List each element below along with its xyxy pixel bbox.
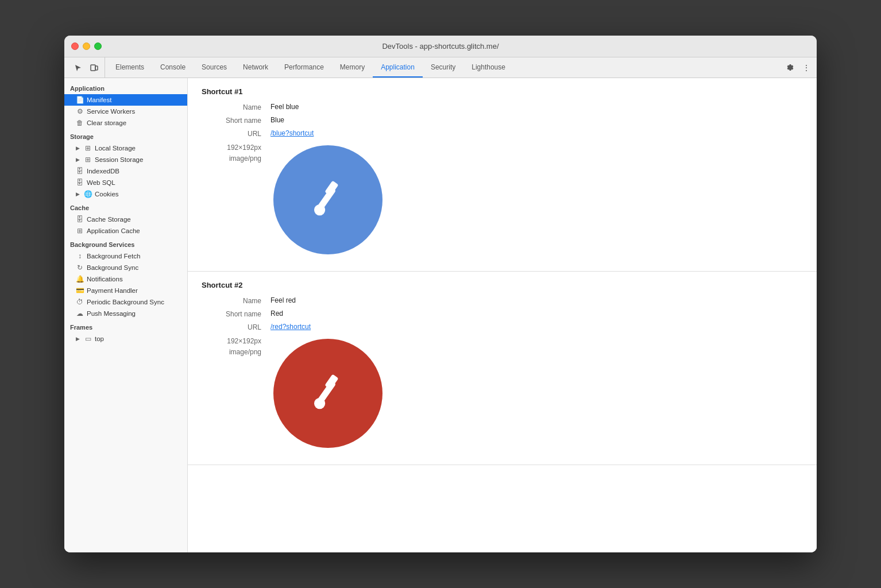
storage-section-title: Storage (64, 129, 187, 142)
shortcut2-url-value[interactable]: /red?shortcut (271, 323, 311, 331)
settings-icon[interactable] (783, 61, 797, 75)
sidebar-item-background-sync[interactable]: ↻ Background Sync (64, 262, 187, 273)
sidebar: Application 📄 Manifest ⚙ Service Workers… (64, 78, 188, 552)
local-storage-icon: ⊞ (84, 144, 92, 152)
app-cache-icon: ⊞ (76, 227, 84, 235)
cache-icon: 🗄 (76, 215, 84, 223)
shortcut1-section: Shortcut #1 Name Feel blue Short name Bl… (188, 78, 817, 272)
sidebar-item-cookies[interactable]: ▶ 🌐 Cookies (64, 188, 187, 200)
shortcut1-size-label: 192×192px (202, 142, 261, 153)
sidebar-item-background-fetch[interactable]: ↕ Background Fetch (64, 250, 187, 262)
application-section-title: Application (64, 80, 187, 94)
shortcut2-url-label: URL (202, 323, 271, 331)
sidebar-item-payment-handler[interactable]: 💳 Payment Handler (64, 285, 187, 296)
devtools-toolbar: Elements Console Sources Network Perform… (64, 57, 817, 78)
more-icon[interactable]: ⋮ (799, 61, 813, 75)
frames-section-title: Frames (64, 319, 187, 333)
shortcut2-image (271, 336, 385, 451)
db-icon: 🗄 (76, 167, 84, 175)
sidebar-item-push-messaging[interactable]: ☁ Push Messaging (64, 308, 187, 319)
shortcut1-url-row: URL /blue?shortcut (202, 129, 803, 138)
traffic-lights (71, 42, 102, 50)
sidebar-item-cache-storage[interactable]: 🗄 Cache Storage (64, 214, 187, 225)
sidebar-item-service-workers[interactable]: ⚙ Service Workers (64, 106, 187, 117)
svg-rect-1 (95, 66, 98, 70)
tab-console[interactable]: Console (152, 57, 194, 78)
shortcut1-image (271, 142, 385, 257)
expand-icon: ▶ (76, 336, 80, 342)
manifest-icon: 📄 (76, 96, 84, 104)
close-button[interactable] (71, 42, 79, 50)
shortcut1-type-label: image/png (202, 153, 261, 164)
tab-sources[interactable]: Sources (194, 57, 235, 78)
gear-icon: ⚙ (76, 107, 84, 115)
shortcut1-name-value: Feel blue (271, 103, 299, 111)
sidebar-item-manifest[interactable]: 📄 Manifest (64, 94, 187, 106)
shortcut2-size-label: 192×192px (202, 336, 261, 347)
cookie-icon: 🌐 (84, 190, 92, 198)
shortcut2-image-row: 192×192px image/png (202, 336, 803, 451)
shortcut1-shortname-label: Short name (202, 116, 271, 125)
shortcut1-shortname-value: Blue (271, 116, 284, 124)
shortcut1-url-label: URL (202, 129, 271, 138)
shortcut2-image-labels: 192×192px image/png (202, 336, 271, 358)
tab-security[interactable]: Security (423, 57, 463, 78)
shortcut1-image-labels: 192×192px image/png (202, 142, 271, 164)
expand-icon: ▶ (76, 145, 80, 151)
shortcut1-name-label: Name (202, 103, 271, 111)
paint-brush-icon (305, 177, 351, 223)
shortcut1-shortname-row: Short name Blue (202, 116, 803, 125)
sync-icon: ↻ (76, 264, 84, 272)
tab-memory[interactable]: Memory (332, 57, 373, 78)
minimize-button[interactable] (83, 42, 90, 50)
sidebar-item-session-storage[interactable]: ▶ ⊞ Session Storage (64, 154, 187, 165)
shortcut2-title: Shortcut #2 (202, 281, 803, 289)
tab-application[interactable]: Application (373, 57, 423, 78)
expand-icon: ▶ (76, 157, 80, 163)
tab-network[interactable]: Network (235, 57, 276, 78)
shortcut2-name-value: Feel red (271, 296, 296, 304)
shortcut2-name-row: Name Feel red (202, 296, 803, 305)
toolbar-right: ⋮ (783, 57, 813, 78)
sidebar-item-top[interactable]: ▶ ▭ top (64, 333, 187, 345)
main-content: Shortcut #1 Name Feel blue Short name Bl… (188, 78, 817, 552)
shortcut2-shortname-value: Red (271, 310, 283, 318)
titlebar: DevTools - app-shortcuts.glitch.me/ (64, 36, 817, 57)
shortcut1-circle (273, 145, 382, 254)
frame-icon: ▭ (84, 335, 92, 343)
sidebar-item-local-storage[interactable]: ▶ ⊞ Local Storage (64, 142, 187, 154)
window-title: DevTools - app-shortcuts.glitch.me/ (382, 42, 499, 51)
bell-icon: 🔔 (76, 275, 84, 283)
sidebar-item-websql[interactable]: 🗄 Web SQL (64, 177, 187, 188)
sidebar-item-notifications[interactable]: 🔔 Notifications (64, 273, 187, 285)
shortcut2-type-label: image/png (202, 347, 261, 358)
tab-elements[interactable]: Elements (107, 57, 152, 78)
shortcut1-title: Shortcut #1 (202, 87, 803, 96)
device-icon[interactable] (87, 61, 101, 75)
sidebar-item-clear-storage[interactable]: 🗑 Clear storage (64, 117, 187, 129)
cloud-icon: ☁ (76, 310, 84, 318)
shortcut2-url-row: URL /red?shortcut (202, 323, 803, 331)
sidebar-item-periodic-bg-sync[interactable]: ⏱ Periodic Background Sync (64, 296, 187, 308)
shortcut2-name-label: Name (202, 296, 271, 305)
bg-services-section-title: Background Services (64, 237, 187, 250)
tab-performance[interactable]: Performance (276, 57, 332, 78)
clock-icon: ⏱ (76, 298, 84, 306)
shortcut1-url-value[interactable]: /blue?shortcut (271, 129, 314, 137)
devtools-body: Application 📄 Manifest ⚙ Service Workers… (64, 78, 817, 552)
shortcut2-shortname-row: Short name Red (202, 310, 803, 318)
shortcut1-image-row: 192×192px image/png (202, 142, 803, 257)
sidebar-item-indexeddb[interactable]: 🗄 IndexedDB (64, 165, 187, 177)
tab-lighthouse[interactable]: Lighthouse (463, 57, 513, 78)
session-storage-icon: ⊞ (84, 156, 92, 164)
cursor-icon[interactable] (71, 61, 85, 75)
websql-icon: 🗄 (76, 179, 84, 187)
clear-icon: 🗑 (76, 119, 84, 127)
payment-icon: 💳 (76, 287, 84, 295)
cache-section-title: Cache (64, 200, 187, 214)
sidebar-item-application-cache[interactable]: ⊞ Application Cache (64, 225, 187, 237)
maximize-button[interactable] (94, 42, 102, 50)
shortcut2-circle (273, 339, 382, 448)
devtools-window: DevTools - app-shortcuts.glitch.me/ Elem… (64, 36, 817, 552)
paint-brush-red-icon (305, 370, 351, 416)
